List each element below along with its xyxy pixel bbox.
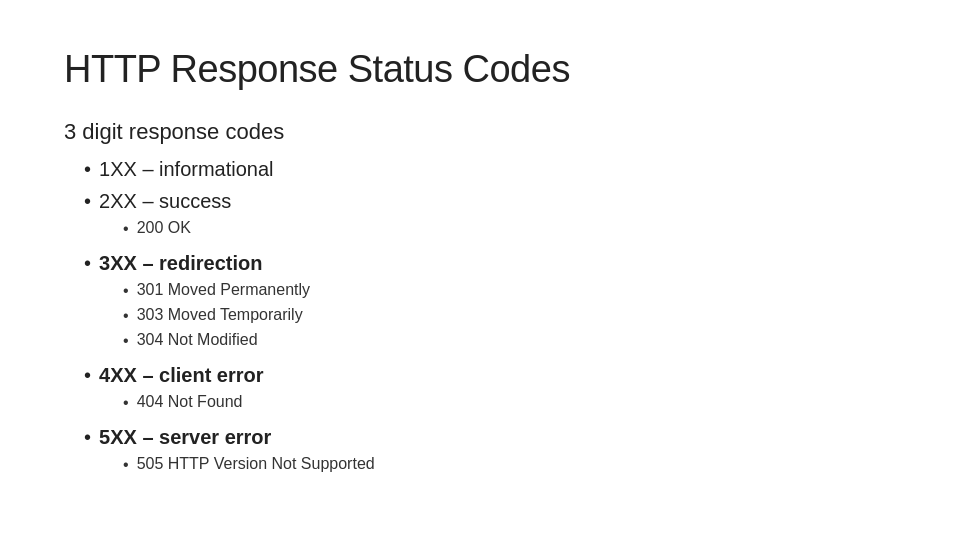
item-1xx-label: 1XX – informational [99, 155, 274, 183]
sub-list-3xx: 301 Moved Permanently 303 Moved Temporar… [99, 279, 310, 353]
item-505-label: 505 HTTP Version Not Supported [137, 453, 375, 475]
list-item-5xx: 5XX – server error 505 HTTP Version Not … [84, 423, 896, 481]
list-item-3xx: 3XX – redirection 301 Moved Permanently … [84, 249, 896, 357]
list-item-304: 304 Not Modified [123, 329, 310, 353]
list-item-200: 200 OK [123, 217, 231, 241]
content-area: 3 digit response codes 1XX – information… [64, 119, 896, 485]
list-item-505: 505 HTTP Version Not Supported [123, 453, 375, 477]
item-5xx-label: 5XX – server error [99, 426, 271, 448]
list-item-301: 301 Moved Permanently [123, 279, 310, 303]
item-304-label: 304 Not Modified [137, 329, 258, 351]
list-item-404: 404 Not Found [123, 391, 264, 415]
main-list: 1XX – informational 2XX – success 200 OK… [64, 155, 896, 485]
section-heading: 3 digit response codes [64, 119, 896, 145]
item-200-label: 200 OK [137, 217, 191, 239]
list-item-303: 303 Moved Temporarily [123, 304, 310, 328]
list-item-2xx: 2XX – success 200 OK [84, 187, 896, 245]
item-4xx-label: 4XX – client error [99, 364, 264, 386]
item-3xx-label: 3XX – redirection [99, 252, 262, 274]
list-item-1xx: 1XX – informational [84, 155, 896, 183]
item-303-label: 303 Moved Temporarily [137, 304, 303, 326]
item-301-label: 301 Moved Permanently [137, 279, 310, 301]
slide: HTTP Response Status Codes 3 digit respo… [0, 0, 960, 540]
sub-list-2xx: 200 OK [99, 217, 231, 241]
item-404-label: 404 Not Found [137, 391, 243, 413]
sub-list-4xx: 404 Not Found [99, 391, 264, 415]
list-item-4xx: 4XX – client error 404 Not Found [84, 361, 896, 419]
slide-title: HTTP Response Status Codes [64, 48, 896, 91]
sub-list-5xx: 505 HTTP Version Not Supported [99, 453, 375, 477]
item-2xx-label: 2XX – success [99, 190, 231, 212]
